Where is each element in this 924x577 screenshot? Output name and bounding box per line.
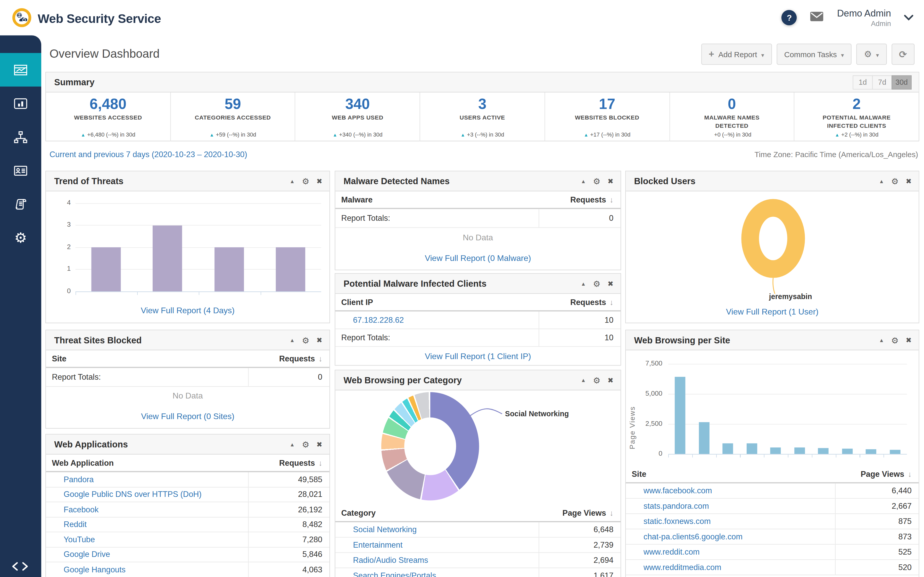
sidebar-item-reports[interactable]: [0, 87, 41, 120]
sidebar-item-account[interactable]: [0, 154, 41, 187]
collapse-icon[interactable]: [879, 178, 884, 184]
web-app-link[interactable]: Google Hangouts: [64, 565, 126, 574]
web-app-link[interactable]: Google Public DNS over HTTPS (DoH): [64, 490, 202, 499]
sidebar-item-network[interactable]: [0, 120, 41, 153]
web-app-link[interactable]: Facebook: [64, 505, 99, 514]
bar-web_browsing_per_site[interactable]: [675, 377, 685, 454]
collapse-icon[interactable]: [581, 280, 586, 287]
web-app-link[interactable]: Google Drive: [64, 550, 110, 559]
panel-settings-icon[interactable]: [593, 375, 601, 385]
column-header-requests[interactable]: Requests: [570, 195, 620, 204]
panel-title: Malware Detected Names: [335, 176, 450, 186]
collapse-icon[interactable]: [581, 178, 586, 184]
close-icon[interactable]: [607, 177, 613, 185]
bar-trend_of_threats[interactable]: [92, 247, 121, 291]
bar-web_browsing_per_site[interactable]: [890, 450, 900, 454]
column-header-category[interactable]: Category: [335, 508, 562, 517]
common-tasks-button[interactable]: Common Tasks: [777, 44, 851, 64]
add-report-button[interactable]: Add Report: [701, 44, 772, 64]
sidebar-item-dashboard[interactable]: [0, 53, 41, 87]
bar-trend_of_threats[interactable]: [153, 225, 182, 291]
panel-settings-icon[interactable]: [891, 335, 899, 345]
column-header-client-ip[interactable]: Client IP: [335, 298, 570, 306]
refresh-button[interactable]: [891, 44, 914, 64]
table-row: www.facebook.com 6,440: [626, 484, 919, 499]
bar-web_browsing_per_site[interactable]: [866, 449, 876, 454]
dashboard-settings-button[interactable]: [856, 44, 887, 64]
sidebar-item-settings[interactable]: ⚙: [0, 221, 41, 254]
collapse-icon[interactable]: [289, 178, 295, 184]
web-app-link[interactable]: YouTube: [64, 535, 95, 544]
bar-web_browsing_per_site[interactable]: [818, 448, 829, 454]
category-link[interactable]: Radio/Audio Streams: [353, 556, 428, 565]
help-icon[interactable]: [782, 10, 797, 25]
collapse-icon[interactable]: [289, 337, 295, 343]
column-header-page-views[interactable]: Page Views: [562, 508, 620, 517]
sidebar-item-policy[interactable]: [0, 187, 41, 221]
column-header-requests[interactable]: Requests: [570, 298, 620, 306]
collapse-icon[interactable]: [289, 441, 295, 447]
user-menu[interactable]: Demo Admin Admin: [837, 8, 891, 28]
stat-categories-accessed: 59 CATEGORIES ACCESSED ▲+59 (--%) in 30d: [170, 92, 295, 142]
bar-web_browsing_per_site[interactable]: [746, 443, 757, 454]
category-link[interactable]: Entertainment: [353, 540, 402, 549]
view-full-report-link[interactable]: View Full Report (0 Sites): [141, 412, 234, 421]
report-totals-row: Report Totals: 0: [46, 368, 329, 387]
site-link[interactable]: stats.pandora.com: [643, 501, 709, 510]
bar-web_browsing_per_site[interactable]: [723, 443, 733, 454]
column-header-page-views[interactable]: Page Views: [861, 470, 919, 478]
range-1d-button[interactable]: 1d: [853, 75, 873, 89]
collapse-icon[interactable]: [581, 377, 586, 383]
site-link[interactable]: static.foxnews.com: [643, 517, 711, 526]
bar-web_browsing_per_site[interactable]: [771, 448, 781, 454]
app: Web Security Service Demo Admin Admin: [0, 0, 924, 577]
column-header-malware[interactable]: Malware: [335, 195, 570, 204]
site-link[interactable]: www.redditmedia.com: [643, 563, 721, 572]
web-app-link[interactable]: Reddit: [64, 520, 87, 529]
view-full-report-link[interactable]: View Full Report (1 Client IP): [425, 351, 531, 361]
column-header-site[interactable]: Site: [626, 470, 861, 478]
close-icon[interactable]: [607, 279, 613, 288]
donut-chart[interactable]: [381, 392, 479, 501]
web-app-link[interactable]: Pandora: [64, 475, 94, 484]
site-link[interactable]: chat-pa.clients6.google.com: [643, 532, 743, 541]
panel-settings-icon[interactable]: [302, 176, 309, 186]
category-link[interactable]: Social Networking: [353, 525, 417, 534]
panel-settings-icon[interactable]: [593, 176, 601, 186]
bar-trend_of_threats[interactable]: [276, 247, 305, 291]
close-icon[interactable]: [607, 376, 613, 384]
column-header-requests[interactable]: Requests: [279, 458, 330, 467]
close-icon[interactable]: [316, 336, 322, 344]
close-icon[interactable]: [316, 177, 322, 185]
close-icon[interactable]: [906, 177, 912, 185]
column-header-requests[interactable]: Requests: [279, 354, 330, 363]
panel-settings-icon[interactable]: [593, 279, 601, 288]
site-link[interactable]: www.facebook.com: [643, 486, 712, 495]
chevron-down-icon[interactable]: [904, 12, 913, 23]
donut-chart[interactable]: [741, 199, 805, 278]
site-link[interactable]: www.reddit.com: [643, 548, 700, 556]
column-header-web-application[interactable]: Web Application: [46, 458, 279, 467]
close-icon[interactable]: [316, 440, 322, 448]
close-icon[interactable]: [906, 336, 912, 344]
collapse-icon[interactable]: [879, 337, 884, 343]
messages-icon[interactable]: [810, 11, 824, 25]
bar-web_browsing_per_site[interactable]: [842, 449, 853, 454]
panel-settings-icon[interactable]: [302, 440, 309, 449]
sidebar-collapse-toggle[interactable]: [0, 562, 41, 571]
stat-label: USERS ACTIVE: [438, 113, 527, 122]
view-full-report-link[interactable]: View Full Report (1 User): [726, 307, 819, 316]
bar-trend_of_threats[interactable]: [214, 247, 244, 291]
client-ip-link[interactable]: 67.182.228.62: [353, 316, 404, 324]
view-full-report-link[interactable]: View Full Report (4 Days): [141, 306, 234, 315]
column-header-site[interactable]: Site: [46, 354, 279, 363]
view-full-report-link[interactable]: View Full Report (0 Malware): [425, 253, 531, 263]
category-link[interactable]: Search Engines/Portals: [353, 571, 436, 577]
range-30d-button[interactable]: 30d: [892, 75, 912, 89]
bar-web_browsing_per_site[interactable]: [794, 448, 805, 454]
panel-settings-icon[interactable]: [891, 176, 899, 186]
range-7d-button[interactable]: 7d: [872, 75, 892, 89]
panel-settings-icon[interactable]: [302, 335, 309, 345]
date-range-link[interactable]: Current and previous 7 days (2020-10-23 …: [50, 150, 247, 159]
bar-web_browsing_per_site[interactable]: [699, 422, 709, 454]
